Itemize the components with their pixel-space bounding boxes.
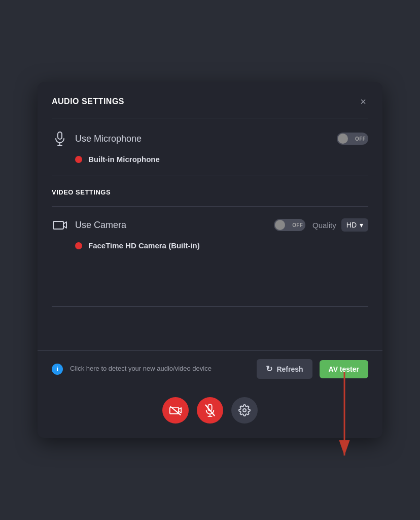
chevron-down-icon: ▾ (360, 221, 363, 229)
close-button[interactable]: × (358, 94, 368, 109)
quality-label: Quality (312, 221, 336, 230)
device-status-dot (75, 156, 82, 163)
refresh-button[interactable]: ↻ Refresh (257, 359, 312, 379)
camera-device-name: FaceTime HD Camera (Built-in) (88, 241, 200, 250)
camera-icon (52, 217, 68, 233)
bottom-divider (52, 306, 368, 307)
bottom-controls (38, 387, 382, 438)
svg-rect-0 (58, 132, 62, 139)
microphone-icon (52, 131, 68, 147)
mic-off-button[interactable] (197, 397, 223, 424)
av-tester-button[interactable]: AV tester (320, 360, 368, 378)
microphone-label: Use Microphone (75, 134, 330, 144)
quality-wrap: Quality HD ▾ (312, 218, 368, 232)
svg-rect-3 (53, 221, 63, 229)
svg-point-10 (243, 409, 246, 412)
camera-toggle-knob (275, 220, 285, 230)
modal-header: AUDIO SETTINGS × (38, 82, 382, 118)
camera-label: Use Camera (75, 220, 267, 231)
bottom-bar: i Click here to detect your new audio/vi… (38, 350, 382, 387)
video-title-divider (52, 206, 368, 207)
audio-section: Use Microphone OFF Built-in Microphone (38, 118, 382, 176)
camera-toggle-label: OFF (292, 222, 303, 228)
toggle-knob (338, 134, 348, 144)
camera-device-row: FaceTime HD Camera (Built-in) (52, 241, 368, 250)
camera-row: Use Camera OFF Quality HD ▾ (52, 217, 368, 233)
info-text: Click here to detect your new audio/vide… (70, 364, 250, 373)
video-section: VIDEO SETTINGS Use Camera OFF Quality (38, 176, 382, 262)
microphone-device-row: Built-in Microphone (52, 155, 368, 164)
camera-off-button[interactable] (162, 397, 189, 424)
settings-button[interactable] (231, 397, 258, 424)
refresh-icon: ↻ (266, 364, 272, 374)
modal-title: AUDIO SETTINGS (52, 97, 124, 106)
microphone-row: Use Microphone OFF (52, 131, 368, 147)
quality-value: HD (346, 221, 357, 229)
camera-device-dot (75, 242, 82, 249)
microphone-device-name: Built-in Microphone (88, 155, 160, 164)
camera-toggle[interactable]: OFF (274, 219, 305, 231)
info-icon: i (52, 364, 63, 375)
quality-dropdown[interactable]: HD ▾ (341, 218, 368, 232)
refresh-label: Refresh (276, 365, 303, 373)
toggle-label: OFF (355, 136, 366, 142)
microphone-toggle[interactable]: OFF (337, 133, 368, 145)
video-section-title: VIDEO SETTINGS (52, 188, 368, 196)
audio-video-settings-modal: AUDIO SETTINGS × Use Microphone (38, 82, 382, 438)
